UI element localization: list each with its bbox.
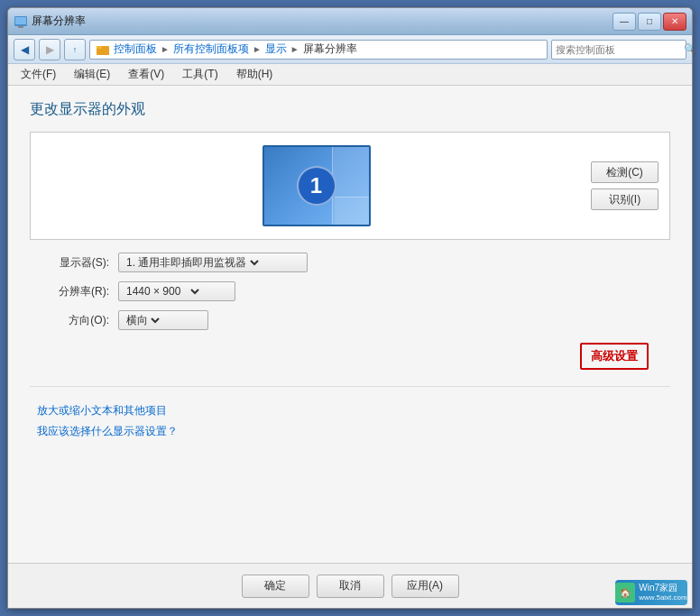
- minimize-button[interactable]: —: [612, 13, 636, 31]
- orientation-row: 方向(O): 横向 纵向: [37, 310, 670, 330]
- monitor-preview: 1: [41, 145, 591, 226]
- identify-button[interactable]: 识别(I): [591, 188, 659, 210]
- main-window: 屏幕分辨率 — □ ✕ ◀ ▶ ↑ 控制面板 ► 所有控制面板项 ► 显示 ► …: [7, 7, 693, 609]
- watermark-icon: 🏠: [615, 583, 635, 602]
- window-icon: [14, 14, 28, 29]
- watermark-text: Win7家园 www.5aixt.com: [639, 583, 686, 602]
- title-buttons: — □ ✕: [612, 13, 686, 31]
- page-title: 更改显示器的外观: [30, 100, 670, 119]
- display-row: 显示器(S): 1. 通用非即插即用监视器: [37, 253, 670, 272]
- breadcrumb-item-4: 屏幕分辨率: [303, 41, 357, 57]
- orientation-select-wrapper[interactable]: 横向 纵向: [118, 310, 208, 330]
- window-title: 屏幕分辨率: [32, 14, 86, 29]
- search-bar: 🔍: [551, 40, 686, 60]
- search-icon: 🔍: [684, 43, 696, 55]
- link-choose-display[interactable]: 我应该选择什么显示器设置？: [37, 424, 670, 439]
- footer: 确定 取消 应用(A): [8, 563, 692, 608]
- ok-button[interactable]: 确定: [242, 575, 309, 598]
- orientation-select[interactable]: 横向 纵向: [123, 313, 162, 327]
- breadcrumb-sep-1: ►: [161, 44, 170, 54]
- breadcrumb-item-2[interactable]: 所有控制面板项: [173, 41, 249, 57]
- watermark-line1: Win7家园: [639, 583, 686, 593]
- monitor-section: 1 检测(C) 识别(I): [30, 132, 670, 240]
- menu-help[interactable]: 帮助(H): [231, 65, 279, 84]
- nav-bar: ◀ ▶ ↑ 控制面板 ► 所有控制面板项 ► 显示 ► 屏幕分辨率 🔍: [8, 35, 692, 64]
- up-button[interactable]: ↑: [64, 39, 86, 60]
- menu-edit[interactable]: 编辑(E): [69, 65, 115, 84]
- breadcrumb-item-3[interactable]: 显示: [265, 41, 287, 57]
- search-input[interactable]: [556, 44, 680, 55]
- breadcrumb: 控制面板 ► 所有控制面板项 ► 显示 ► 屏幕分辨率: [89, 40, 548, 60]
- monitor-number: 1: [297, 166, 336, 206]
- orientation-label: 方向(O):: [37, 313, 109, 328]
- menu-bar: 文件(F) 编辑(E) 查看(V) 工具(T) 帮助(H): [8, 64, 692, 86]
- content-area: 更改显示器的外观 1 检测(C) 识别(I) 显示器(S): 1. 通用非即插即…: [8, 86, 692, 563]
- folder-icon: [96, 42, 110, 57]
- resolution-label: 分辨率(R):: [37, 284, 109, 299]
- title-bar-left: 屏幕分辨率: [14, 14, 86, 29]
- back-button[interactable]: ◀: [14, 39, 35, 60]
- title-bar: 屏幕分辨率 — □ ✕: [8, 8, 692, 35]
- settings-section: 显示器(S): 1. 通用非即插即用监视器 分辨率(R): 1440 × 900…: [30, 253, 670, 330]
- watermark-line2: www.5aixt.com: [639, 593, 686, 602]
- cancel-button[interactable]: 取消: [317, 575, 384, 598]
- display-select-wrapper[interactable]: 1. 通用非即插即用监视器: [118, 253, 308, 272]
- links-section: 放大或缩小文本和其他项目 我应该选择什么显示器设置？: [30, 403, 670, 439]
- close-button[interactable]: ✕: [663, 13, 686, 31]
- resolution-select-wrapper[interactable]: 1440 × 900 1920 × 1080 1280 × 720: [118, 281, 235, 301]
- monitor-action-buttons: 检测(C) 识别(I): [591, 161, 659, 210]
- display-label: 显示器(S):: [37, 255, 109, 271]
- breadcrumb-item-1[interactable]: 控制面板: [114, 41, 157, 57]
- divider: [30, 386, 670, 387]
- menu-tools[interactable]: 工具(T): [177, 65, 223, 84]
- resolution-select[interactable]: 1440 × 900 1920 × 1080 1280 × 720: [123, 284, 202, 299]
- resolution-row: 分辨率(R): 1440 × 900 1920 × 1080 1280 × 72…: [37, 281, 670, 301]
- monitor-thumbnail: 1: [262, 145, 371, 226]
- menu-view[interactable]: 查看(V): [123, 65, 170, 84]
- svg-rect-1: [15, 17, 26, 24]
- menu-file[interactable]: 文件(F): [15, 65, 61, 84]
- watermark: 🏠 Win7家园 www.5aixt.com: [615, 580, 687, 605]
- link-zoom-text[interactable]: 放大或缩小文本和其他项目: [37, 403, 670, 418]
- advanced-link-row: 高级设置: [30, 343, 670, 370]
- display-select[interactable]: 1. 通用非即插即用监视器: [123, 255, 262, 270]
- svg-rect-4: [97, 46, 102, 49]
- detect-button[interactable]: 检测(C): [591, 161, 659, 183]
- maximize-button[interactable]: □: [638, 13, 661, 31]
- advanced-settings-button[interactable]: 高级设置: [580, 343, 649, 370]
- forward-button[interactable]: ▶: [39, 39, 60, 60]
- breadcrumb-sep-3: ►: [290, 44, 299, 54]
- apply-button[interactable]: 应用(A): [391, 575, 459, 598]
- svg-rect-2: [18, 26, 23, 28]
- breadcrumb-sep-2: ►: [253, 44, 262, 54]
